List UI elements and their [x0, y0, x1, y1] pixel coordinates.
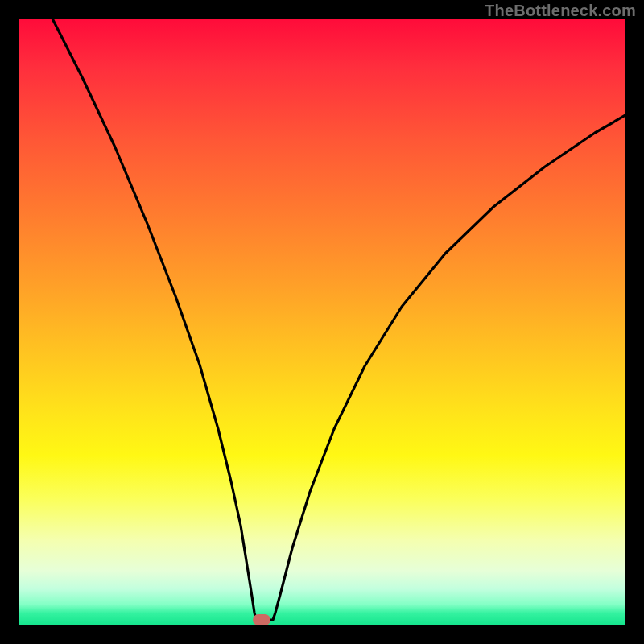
plot-area — [19, 19, 625, 625]
bottleneck-curve — [19, 19, 625, 625]
minimum-marker — [253, 614, 270, 625]
watermark-text: TheBottleneck.com — [485, 2, 636, 20]
chart-frame: TheBottleneck.com — [0, 0, 644, 644]
